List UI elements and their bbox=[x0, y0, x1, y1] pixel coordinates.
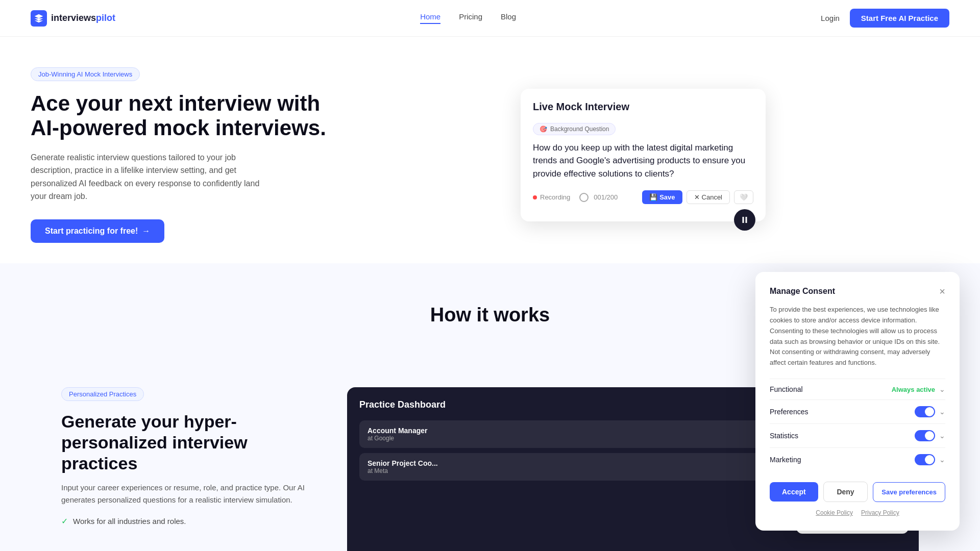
cookie-row-marketing: Marketing ⌄ bbox=[770, 447, 945, 471]
logo-text: interviewspilot bbox=[51, 13, 115, 23]
preferences-chevron-icon[interactable]: ⌄ bbox=[939, 408, 945, 416]
cookie-close-button[interactable]: × bbox=[939, 286, 945, 296]
nav-pricing[interactable]: Pricing bbox=[459, 12, 482, 24]
cookie-row-statistics: Statistics ⌄ bbox=[770, 423, 945, 447]
nav-home[interactable]: Home bbox=[420, 12, 440, 24]
cookie-row-preferences: Preferences ⌄ bbox=[770, 399, 945, 423]
hero-right: Live Mock Interview 🎯 Background Questio… bbox=[337, 89, 949, 221]
second-left: Personalized Practices Generate your hyp… bbox=[61, 387, 316, 530]
timer: 001/200 bbox=[594, 193, 618, 201]
hero-badge: Job-Winning AI Mock Interviews bbox=[31, 67, 140, 81]
functional-right: Always active ⌄ bbox=[892, 385, 945, 393]
feature-list: ✓ Works for all industries and roles. bbox=[61, 516, 316, 526]
svg-rect-0 bbox=[743, 217, 744, 223]
check-icon: ✓ bbox=[61, 516, 68, 526]
marketing-chevron-icon[interactable]: ⌄ bbox=[939, 456, 945, 464]
account-2: Senior Project Coo... at Meta bbox=[368, 459, 438, 474]
marketing-right: ⌄ bbox=[915, 454, 945, 465]
action-buttons: 💾 Save ✕ Cancel 🤍 bbox=[642, 190, 753, 204]
statistics-label: Statistics bbox=[770, 432, 798, 440]
hero-left: Job-Winning AI Mock Interviews Ace your … bbox=[31, 67, 337, 243]
login-link[interactable]: Login bbox=[821, 14, 840, 22]
functional-label: Functional bbox=[770, 385, 803, 393]
logo[interactable]: interviewspilot bbox=[31, 10, 115, 27]
statistics-right: ⌄ bbox=[915, 430, 945, 441]
hero-section: Job-Winning AI Mock Interviews Ace your … bbox=[0, 37, 980, 263]
cancel-button[interactable]: ✕ Cancel bbox=[687, 190, 730, 204]
recording-dot bbox=[533, 195, 537, 199]
preferences-label: Preferences bbox=[770, 408, 808, 416]
second-badge: Personalized Practices bbox=[61, 387, 144, 401]
preferences-toggle[interactable] bbox=[915, 406, 935, 417]
second-title: Generate your hyper-personalized intervi… bbox=[61, 411, 316, 473]
save-preferences-button[interactable]: Save preferences bbox=[873, 482, 945, 502]
statistics-chevron-icon[interactable]: ⌄ bbox=[939, 432, 945, 440]
functional-chevron-icon[interactable]: ⌄ bbox=[939, 385, 945, 393]
nav-links: Home Pricing Blog bbox=[420, 12, 516, 24]
cookie-title: Manage Consent bbox=[770, 287, 835, 296]
hero-description: Generate realistic interview questions t… bbox=[31, 151, 276, 203]
mock-card-title: Live Mock Interview bbox=[533, 101, 753, 113]
deny-button[interactable]: Deny bbox=[823, 482, 868, 502]
marketing-label: Marketing bbox=[770, 456, 801, 464]
always-active-text: Always active bbox=[892, 386, 935, 393]
question-tag: 🎯 Background Question bbox=[533, 123, 616, 135]
recording-bar: Recording 001/200 💾 Save ✕ Cancel 🤍 bbox=[533, 190, 753, 204]
accept-button[interactable]: Accept bbox=[770, 482, 818, 502]
cookie-policy-link[interactable]: Cookie Policy bbox=[816, 509, 853, 516]
mock-interview-card: Live Mock Interview 🎯 Background Questio… bbox=[521, 89, 766, 221]
account-1: Account Manager at Google bbox=[368, 427, 427, 442]
cookie-header: Manage Consent × bbox=[770, 286, 945, 296]
save-button[interactable]: 💾 Save bbox=[642, 190, 682, 204]
hero-cta-button[interactable]: Start practicing for free! → bbox=[31, 219, 164, 243]
logo-icon bbox=[31, 10, 47, 27]
cookie-description: To provide the best experiences, we use … bbox=[770, 305, 945, 368]
heart-button[interactable]: 🤍 bbox=[734, 190, 753, 204]
statistics-toggle[interactable] bbox=[915, 430, 935, 441]
audio-icon bbox=[579, 193, 589, 202]
nav-blog[interactable]: Blog bbox=[501, 12, 516, 24]
cookie-popup: Manage Consent × To provide the best exp… bbox=[755, 272, 960, 531]
cookie-actions: Accept Deny Save preferences bbox=[770, 482, 945, 502]
question-text: How do you keep up with the latest digit… bbox=[533, 141, 753, 181]
privacy-policy-link[interactable]: Privacy Policy bbox=[861, 509, 899, 516]
marketing-toggle[interactable] bbox=[915, 454, 935, 465]
second-description: Input your career experiences or resume,… bbox=[61, 482, 316, 506]
cookie-row-functional: Functional Always active ⌄ bbox=[770, 379, 945, 399]
feature-item: ✓ Works for all industries and roles. bbox=[61, 516, 316, 526]
hero-title: Ace your next interview with AI-powered … bbox=[31, 91, 337, 141]
navbar: interviewspilot Home Pricing Blog Login … bbox=[0, 0, 980, 37]
cookie-links: Cookie Policy Privacy Policy bbox=[770, 509, 945, 516]
nav-right: Login Start Free AI Practice bbox=[821, 9, 949, 28]
recording-label: Recording bbox=[533, 193, 570, 201]
svg-rect-1 bbox=[746, 217, 747, 223]
start-cta-button[interactable]: Start Free AI Practice bbox=[850, 9, 949, 28]
pause-button[interactable] bbox=[734, 209, 755, 231]
preferences-right: ⌄ bbox=[915, 406, 945, 417]
